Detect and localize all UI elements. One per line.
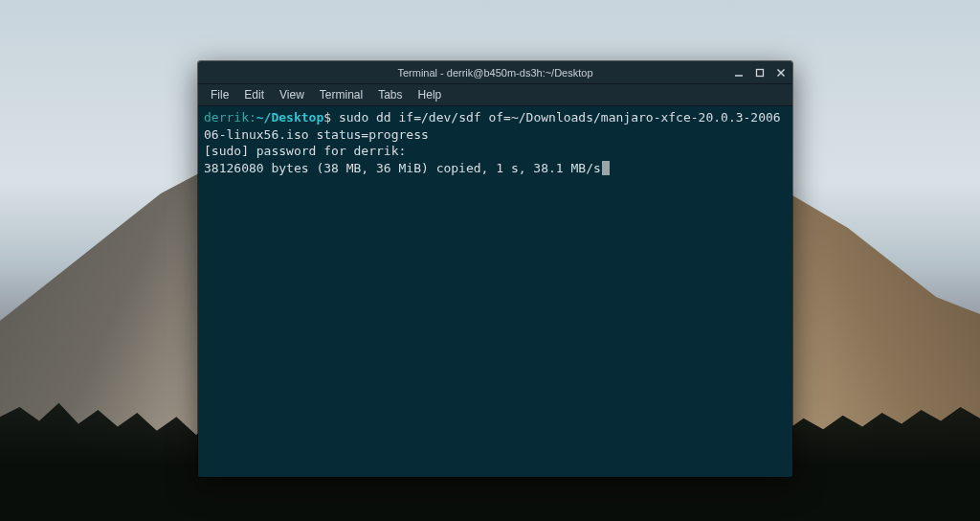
terminal-output[interactable]: derrik:~/Desktop$ sudo dd if=/dev/sdf of… — [198, 106, 792, 477]
menu-edit[interactable]: Edit — [237, 86, 271, 103]
output-line: 38126080 bytes (38 MB, 36 MiB) copied, 1… — [204, 161, 601, 175]
window-title: Terminal - derrik@b450m-ds3h:~/Desktop — [397, 67, 592, 79]
menu-terminal[interactable]: Terminal — [313, 86, 369, 103]
svg-rect-1 — [757, 69, 764, 76]
window-controls — [731, 61, 789, 83]
terminal-window: Terminal - derrik@b450m-ds3h:~/Desktop F… — [197, 60, 793, 478]
menu-view[interactable]: View — [273, 86, 311, 103]
menu-file[interactable]: File — [204, 86, 235, 103]
prompt-path: ~/Desktop — [256, 110, 323, 125]
cursor-icon — [602, 161, 610, 175]
minimize-button[interactable] — [731, 65, 746, 80]
prompt-symbol: $ — [323, 110, 331, 125]
menu-help[interactable]: Help — [412, 86, 449, 103]
window-titlebar[interactable]: Terminal - derrik@b450m-ds3h:~/Desktop — [198, 61, 792, 84]
output-line: [sudo] password for derrik: — [204, 144, 406, 158]
menubar: File Edit View Terminal Tabs Help — [198, 84, 792, 106]
maximize-button[interactable] — [752, 65, 768, 80]
prompt-user: derrik: — [204, 110, 256, 125]
menu-tabs[interactable]: Tabs — [371, 86, 409, 103]
close-button[interactable] — [773, 65, 789, 80]
